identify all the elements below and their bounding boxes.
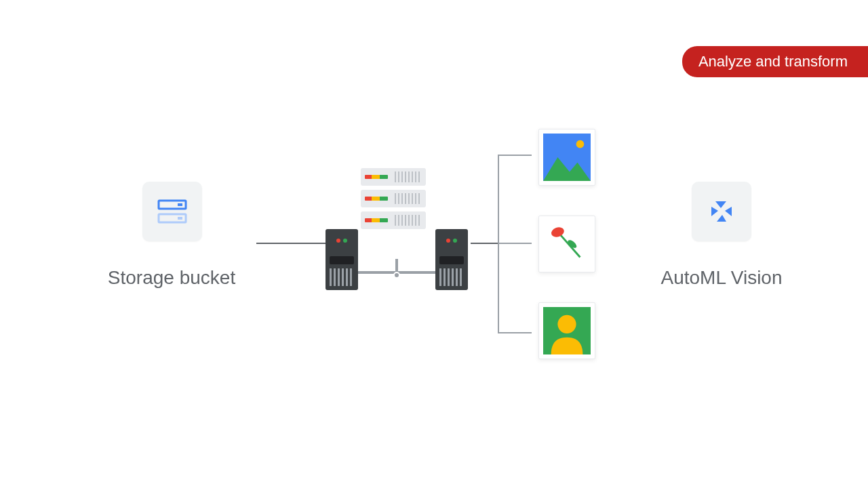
server-rack-icon <box>361 211 426 229</box>
connector-branch-vertical <box>498 155 499 333</box>
connector-branch-bot <box>498 332 532 333</box>
connector-branch-mid <box>498 243 532 244</box>
compute-server-cluster <box>326 168 468 290</box>
person-avatar-icon <box>543 307 591 354</box>
connector-branch-top <box>498 155 532 156</box>
compute-terminal-icon <box>326 229 358 290</box>
svg-point-5 <box>576 140 585 148</box>
automl-vision-icon <box>706 196 737 227</box>
storage-bucket-label: Storage bucket <box>104 267 239 289</box>
landscape-photo-icon <box>543 134 591 181</box>
flower-photo-icon <box>543 220 591 268</box>
automl-vision-node <box>692 182 751 241</box>
connector-storage-to-cluster <box>256 243 326 244</box>
storage-bucket-icon <box>156 198 189 225</box>
storage-bucket-node <box>142 182 202 241</box>
architecture-diagram: Storage bucket AutoML Vision <box>0 0 868 488</box>
cluster-node-dot <box>393 272 400 279</box>
sample-image-flower <box>538 216 595 272</box>
svg-rect-1 <box>178 203 182 206</box>
svg-point-12 <box>557 315 576 333</box>
automl-vision-label: AutoML Vision <box>660 267 783 289</box>
compute-terminal-icon <box>435 229 468 290</box>
server-rack-icon <box>361 190 426 207</box>
svg-rect-3 <box>178 217 182 220</box>
svg-rect-7 <box>543 220 591 268</box>
sample-image-landscape <box>538 129 595 186</box>
sample-image-person <box>538 302 595 359</box>
server-rack-icon <box>361 168 426 186</box>
